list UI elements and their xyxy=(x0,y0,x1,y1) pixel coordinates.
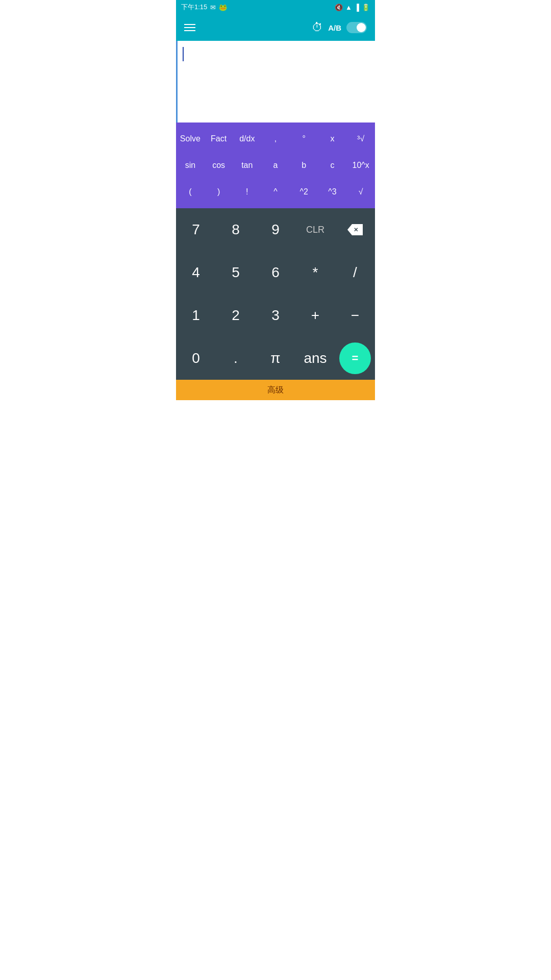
num-btn-5[interactable]: 5 xyxy=(216,251,256,294)
numpad-area: 789CLR456*/123+− xyxy=(176,208,375,337)
top-bar-right: ⏱ A/B xyxy=(312,21,367,34)
bottom-bar[interactable]: 高级 xyxy=(176,380,375,400)
num-btn-back[interactable] xyxy=(335,208,375,251)
status-left: 下午1:15 ✉ 🐸 xyxy=(181,3,227,12)
func-btn-sqrt[interactable]: √ xyxy=(346,187,375,197)
func-btn-var_b[interactable]: b xyxy=(290,161,318,170)
last-numrow: 0.πans= xyxy=(176,337,375,380)
func-row-1: SolveFactd/dx,°x³√ xyxy=(176,126,375,152)
func-btn-sq[interactable]: ^2 xyxy=(290,187,318,197)
num-btn-6[interactable]: 6 xyxy=(256,251,295,294)
func-btn-cube[interactable]: ^3 xyxy=(318,187,347,197)
ab-label: A/B xyxy=(328,23,341,32)
status-right: 🔇 ▲ ▐ 🔋 xyxy=(335,4,370,11)
func-btn-cbrt[interactable]: ³√ xyxy=(346,134,375,143)
muted-icon: 🔇 xyxy=(335,4,343,11)
function-area: SolveFactd/dx,°x³√ sincostanabc10^x ()!^… xyxy=(176,122,375,208)
equals-symbol: = xyxy=(352,352,359,365)
num-btn-9[interactable]: 9 xyxy=(256,208,295,251)
func-btn-pow[interactable]: ^ xyxy=(261,187,290,197)
num-btn-plus[interactable]: + xyxy=(295,294,335,337)
func-btn-sin[interactable]: sin xyxy=(176,161,205,170)
num-btn-2[interactable]: 2 xyxy=(216,294,256,337)
status-time: 下午1:15 xyxy=(181,3,207,12)
signal-icon: ▐ xyxy=(355,4,359,11)
equals-cell: = xyxy=(335,342,375,374)
mail-icon: ✉ xyxy=(210,4,216,11)
func-btn-var_c[interactable]: c xyxy=(318,161,347,170)
func-btn-rparen[interactable]: ) xyxy=(205,187,233,197)
num-btn-mul[interactable]: * xyxy=(295,251,335,294)
battery-icon: 🔋 xyxy=(362,4,370,11)
num-btn-ans[interactable]: ans xyxy=(295,337,335,380)
backspace-icon xyxy=(347,224,363,235)
input-area[interactable] xyxy=(176,41,375,122)
num-btn-8[interactable]: 8 xyxy=(216,208,256,251)
func-row-3: ()!^^2^3√ xyxy=(176,179,375,205)
num-btn-7[interactable]: 7 xyxy=(176,208,216,251)
numpad-row-0: 789CLR xyxy=(176,208,375,251)
numpad-row-1: 456*/ xyxy=(176,251,375,294)
num-btn-0[interactable]: 0 xyxy=(176,337,216,380)
equals-button[interactable]: = xyxy=(339,342,371,374)
ab-toggle[interactable] xyxy=(346,22,367,33)
advanced-label: 高级 xyxy=(267,385,284,396)
frog-icon: 🐸 xyxy=(219,4,227,11)
status-bar: 下午1:15 ✉ 🐸 🔇 ▲ ▐ 🔋 xyxy=(176,0,375,14)
func-row-2: sincostanabc10^x xyxy=(176,152,375,179)
num-btn-1[interactable]: 1 xyxy=(176,294,216,337)
func-btn-comma[interactable]: , xyxy=(261,134,290,143)
text-cursor xyxy=(183,47,184,61)
wifi-icon: ▲ xyxy=(345,4,352,11)
num-btn-minus[interactable]: − xyxy=(335,294,375,337)
func-btn-tan[interactable]: tan xyxy=(233,161,261,170)
func-btn-ten_pow[interactable]: 10^x xyxy=(346,161,375,170)
menu-button[interactable] xyxy=(184,24,195,31)
func-btn-factorial[interactable]: ! xyxy=(233,187,261,197)
func-btn-lparen[interactable]: ( xyxy=(176,187,205,197)
num-btn-div[interactable]: / xyxy=(335,251,375,294)
num-btn-clr[interactable]: CLR xyxy=(295,208,335,251)
top-bar: ⏱ A/B xyxy=(176,14,375,41)
history-button[interactable]: ⏱ xyxy=(312,21,323,34)
func-btn-cos[interactable]: cos xyxy=(205,161,233,170)
func-btn-ddx[interactable]: d/dx xyxy=(233,134,261,143)
func-btn-degree[interactable]: ° xyxy=(290,134,318,143)
num-btn-4[interactable]: 4 xyxy=(176,251,216,294)
toggle-knob xyxy=(357,23,366,32)
num-btn-3[interactable]: 3 xyxy=(256,294,295,337)
num-btn-pi[interactable]: π xyxy=(256,337,295,380)
func-btn-var_a[interactable]: a xyxy=(261,161,290,170)
func-btn-fact[interactable]: Fact xyxy=(205,134,233,143)
func-btn-solve[interactable]: Solve xyxy=(176,134,205,143)
func-btn-var_x[interactable]: x xyxy=(318,134,347,143)
numpad-row-2: 123+− xyxy=(176,294,375,337)
num-btn-dot[interactable]: . xyxy=(216,337,256,380)
